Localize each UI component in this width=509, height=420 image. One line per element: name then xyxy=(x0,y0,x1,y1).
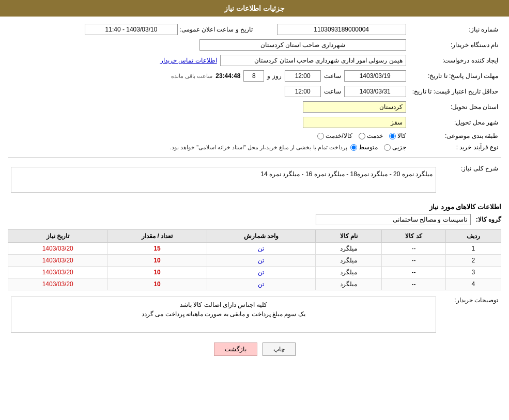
type-radio-khedmat[interactable]: خدمت xyxy=(359,132,383,139)
goods-header-row: ردیف کد کالا نام کالا واحد شمارش تعداد /… xyxy=(8,230,501,243)
type-kala-khedmat-label: کالا/خدمت xyxy=(326,132,352,139)
city-row: شهر محل تحویل: سقز xyxy=(8,115,501,130)
price-deadline-label: حداقل تاریخ اعتبار قیمت: تا تاریخ: xyxy=(409,84,501,99)
notes-input: کلیه اجناس دارای اصالت کالا باشد یک سوم … xyxy=(11,297,436,333)
notes-line2: یک سوم مبلغ پرداخت و مابقی به صورت ماهیا… xyxy=(16,310,431,318)
response-remaining-label: ساعت باقی مانده xyxy=(171,73,212,80)
col-row: ردیف xyxy=(445,230,501,243)
description-table: شرح کلی نیاز: میلگرد نمره 20 - میلگرد نم… xyxy=(8,162,501,198)
cell-qty: 15 xyxy=(107,243,207,255)
cell-unit: تن xyxy=(207,267,316,278)
group-input: تاسیسات و مصالح ساختمانی xyxy=(316,214,471,225)
type-label: طبقه بندی موضوعی: xyxy=(409,130,501,142)
type-khedmat-label: خدمت xyxy=(367,132,383,139)
need-number-label: شماره نیاز: xyxy=(409,22,501,37)
cell-date: 1403/03/20 xyxy=(8,243,107,255)
type-radio-kala[interactable]: کالا xyxy=(389,132,406,139)
response-date-input: 1403/03/19 xyxy=(344,70,406,82)
process-jozi-label: جزیی xyxy=(392,144,406,151)
main-content: شماره نیاز: 1103093189000004 تاریخ و ساع… xyxy=(0,17,509,369)
table-row: 1 -- میلگرد تن 15 1403/03/20 xyxy=(8,243,501,255)
buyer-name-input: شهرداری صاحب استان کردستان xyxy=(199,39,406,51)
col-qty: تعداد / مقدار xyxy=(107,230,207,243)
cell-name: میلگرد xyxy=(316,267,382,278)
process-jozi-radio[interactable] xyxy=(384,144,391,151)
city-input: سقز xyxy=(303,117,406,128)
buyer-name-label: نام دستگاه خریدار: xyxy=(409,37,501,53)
page-title: جزئیات اطلاعات نیاز xyxy=(224,4,285,12)
process-row: نوع فرآیند خرید : جزیی متوسط xyxy=(8,142,501,153)
table-row: 3 -- میلگرد تن 10 1403/03/20 xyxy=(8,267,501,278)
cell-unit: تن xyxy=(207,255,316,267)
response-time-label: ساعت xyxy=(324,72,341,80)
response-days-input: 8 xyxy=(243,70,264,82)
province-value: کردستان xyxy=(8,99,409,115)
process-mota-label: متوسط xyxy=(359,144,378,151)
cell-row: 1 xyxy=(445,243,501,255)
process-note: پرداخت تمام یا بخشی از مبلغ خرید،از محل … xyxy=(170,144,347,151)
creator-label: ایجاد کننده درخواست: xyxy=(409,53,501,68)
cell-date: 1403/03/20 xyxy=(8,255,107,267)
page-header: جزئیات اطلاعات نیاز xyxy=(0,0,509,17)
price-date-input: 1403/03/31 xyxy=(344,86,406,97)
cell-qty: 10 xyxy=(107,267,207,278)
col-name: نام کالا xyxy=(316,230,382,243)
cell-qty: 10 xyxy=(107,255,207,267)
print-button[interactable]: چاپ xyxy=(263,343,296,356)
price-time-input: 12:00 xyxy=(285,86,321,97)
type-row: طبقه بندی موضوعی: کالا خدمت کالا/خدمت xyxy=(8,130,501,142)
cell-code: -- xyxy=(382,278,445,290)
province-row: استان محل تحویل: کردستان xyxy=(8,99,501,115)
process-radio-group: جزیی متوسط xyxy=(350,144,406,151)
response-deadline-row: مهلت ارسال پاسخ: تا تاریخ: 1403/03/19 سا… xyxy=(8,68,501,84)
cell-date: 1403/03/20 xyxy=(8,267,107,278)
notes-value: کلیه اجناس دارای اصالت کالا باشد یک سوم … xyxy=(8,294,439,335)
description-input: میلگرد نمره 20 - میلگرد نمره18 - میلگرد … xyxy=(11,167,436,193)
info-table: شماره نیاز: 1103093189000004 تاریخ و ساع… xyxy=(8,22,501,153)
announce-date-label: تاریخ و ساعت اعلان عمومی: xyxy=(179,26,253,33)
response-days-label: روز و xyxy=(267,72,281,80)
cell-name: میلگرد xyxy=(316,255,382,267)
process-mota-radio[interactable] xyxy=(350,144,357,151)
col-code: کد کالا xyxy=(382,230,445,243)
notes-line1: کلیه اجناس دارای اصالت کالا باشد xyxy=(16,301,431,308)
contact-link[interactable]: اطلاعات تماس خریدار xyxy=(160,57,217,64)
type-khedmat-radio[interactable] xyxy=(359,133,365,139)
type-kala-radio[interactable] xyxy=(389,133,396,139)
notes-table: توصیحات خریدار: کلیه اجناس دارای اصالت ک… xyxy=(8,294,501,335)
type-kala-khedmat-radio[interactable] xyxy=(317,133,324,139)
city-label: شهر محل تحویل: xyxy=(409,115,501,130)
back-button[interactable]: بازگشت xyxy=(214,343,257,356)
col-date: تاریخ نیاز xyxy=(8,230,107,243)
process-radio-mota[interactable]: متوسط xyxy=(350,144,378,151)
goods-table-header: ردیف کد کالا نام کالا واحد شمارش تعداد /… xyxy=(8,230,501,243)
cell-row: 4 xyxy=(445,278,501,290)
announce-date-input: 1403/03/10 - 11:40 xyxy=(85,24,178,35)
creator-row: ایجاد کننده درخواست: هیمن رسولی امور ادا… xyxy=(8,53,501,68)
province-input: کردستان xyxy=(303,101,406,113)
cell-row: 2 xyxy=(445,255,501,267)
group-row: گروه کالا: تاسیسات و مصالح ساختمانی xyxy=(8,214,501,225)
process-radio-jozi[interactable]: جزیی xyxy=(384,144,406,151)
cell-name: میلگرد xyxy=(316,278,382,290)
creator-input: هیمن رسولی امور اداری شهرداری صاحب استان… xyxy=(220,55,406,66)
cell-unit: تن xyxy=(207,278,316,290)
price-time-label: ساعت xyxy=(324,88,341,95)
type-radio-group: کالا خدمت کالا/خدمت xyxy=(317,132,406,139)
page-wrapper: جزئیات اطلاعات نیاز شماره نیاز: 11030931… xyxy=(0,0,509,420)
goods-table: ردیف کد کالا نام کالا واحد شمارش تعداد /… xyxy=(8,229,501,290)
province-label: استان محل تحویل: xyxy=(409,99,501,115)
type-value: کالا خدمت کالا/خدمت xyxy=(8,130,409,142)
type-radio-kala-khedmat[interactable]: کالا/خدمت xyxy=(317,132,352,139)
description-row: شرح کلی نیاز: میلگرد نمره 20 - میلگرد نم… xyxy=(8,162,501,198)
group-label: گروه کالا: xyxy=(476,216,501,223)
cell-row: 3 xyxy=(445,267,501,278)
cell-qty: 10 xyxy=(107,278,207,290)
creator-value: هیمن رسولی امور اداری شهرداری صاحب استان… xyxy=(8,53,409,68)
response-deadline-label: مهلت ارسال پاسخ: تا تاریخ: xyxy=(409,68,501,84)
type-kala-label: کالا xyxy=(397,132,406,139)
description-value: میلگرد نمره 20 - میلگرد نمره18 - میلگرد … xyxy=(8,162,439,198)
goods-info-title: اطلاعات کالاهای مورد نیاز xyxy=(8,203,501,211)
response-remaining-value: 23:44:48 xyxy=(215,72,240,80)
cell-name: میلگرد xyxy=(316,243,382,255)
